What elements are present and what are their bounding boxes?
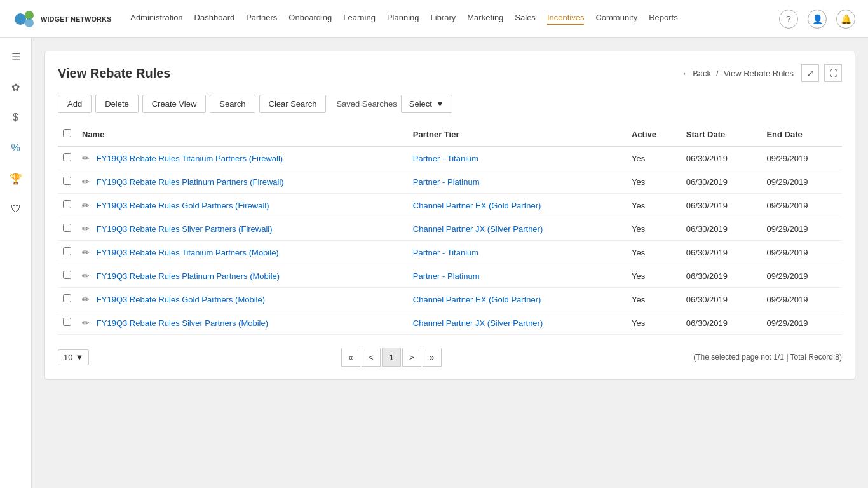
nav-administration[interactable]: Administration xyxy=(130,13,182,25)
row-tier-link[interactable]: Channel Partner JX (Silver Partner) xyxy=(413,318,543,328)
edit-icon[interactable]: ✏ xyxy=(82,177,90,187)
row-tier-link[interactable]: Partner - Titanium xyxy=(413,248,478,257)
row-checkbox[interactable] xyxy=(63,271,71,279)
row-checkbox[interactable] xyxy=(63,294,71,302)
row-start-date-cell: 06/30/2019 xyxy=(681,146,762,170)
row-tier-link[interactable]: Partner - Titanium xyxy=(413,154,478,163)
current-page-button[interactable]: 1 xyxy=(382,348,401,367)
edit-icon[interactable]: ✏ xyxy=(82,153,90,163)
sidebar-shield-icon[interactable]: 🛡 xyxy=(7,200,25,218)
row-checkbox[interactable] xyxy=(63,247,71,255)
edit-icon[interactable]: ✏ xyxy=(82,271,90,281)
row-edit-cell: ✏ FY19Q3 Rebate Rules Gold Partners (Fir… xyxy=(77,194,408,217)
table-row: ✏ FY19Q3 Rebate Rules Silver Partners (F… xyxy=(58,217,842,241)
row-tier-link[interactable]: Channel Partner EX (Gold Partner) xyxy=(413,295,541,304)
row-name-link[interactable]: FY19Q3 Rebate Rules Gold Partners (Mobil… xyxy=(97,295,265,304)
first-page-button[interactable]: « xyxy=(341,348,360,367)
last-page-button[interactable]: » xyxy=(423,348,442,367)
select-all-checkbox[interactable] xyxy=(63,129,71,137)
content-card: View Rebate Rules ← Back / View Rebate R… xyxy=(44,51,855,380)
header-actions: ⤢ ⛶ xyxy=(801,64,842,82)
row-checkbox-cell xyxy=(58,288,77,311)
nav-onboarding[interactable]: Onboarding xyxy=(288,13,332,25)
nav-links: Administration Dashboard Partners Onboar… xyxy=(130,13,779,25)
row-checkbox[interactable] xyxy=(63,177,71,185)
row-checkbox[interactable] xyxy=(63,200,71,208)
edit-icon[interactable]: ✏ xyxy=(82,294,90,304)
sidebar-percent-icon[interactable]: % xyxy=(7,139,25,157)
edit-icon[interactable]: ✏ xyxy=(82,318,90,328)
nav-reports[interactable]: Reports xyxy=(649,13,678,25)
row-name-link[interactable]: FY19Q3 Rebate Rules Silver Partners (Mob… xyxy=(97,318,268,328)
nav-incentives[interactable]: Incentives xyxy=(547,13,585,25)
row-name-link[interactable]: FY19Q3 Rebate Rules Platinum Partners (F… xyxy=(97,177,284,187)
notification-icon[interactable]: 🔔 xyxy=(836,10,855,29)
row-name-link[interactable]: FY19Q3 Rebate Rules Titanium Partners (F… xyxy=(97,154,283,163)
sidebar-trophy-icon[interactable]: 🏆 xyxy=(7,170,25,187)
clear-search-button[interactable]: Clear Search xyxy=(259,95,327,113)
per-page-selector[interactable]: 10 ▼ xyxy=(58,349,89,365)
sidebar-money-icon[interactable]: $ xyxy=(7,109,25,126)
row-edit-cell: ✏ FY19Q3 Rebate Rules Titanium Partners … xyxy=(77,241,408,264)
row-end-date-cell: 09/29/2019 xyxy=(761,311,842,335)
nav-learning[interactable]: Learning xyxy=(343,13,376,25)
row-name-link[interactable]: FY19Q3 Rebate Rules Titanium Partners (M… xyxy=(97,248,279,257)
edit-icon[interactable]: ✏ xyxy=(82,247,90,257)
row-edit-cell: ✏ FY19Q3 Rebate Rules Platinum Partners … xyxy=(77,264,408,288)
row-tier-cell: Partner - Titanium xyxy=(408,146,627,170)
row-name-link[interactable]: FY19Q3 Rebate Rules Gold Partners (Firew… xyxy=(97,201,269,210)
page-controls: « < 1 > » xyxy=(341,348,442,367)
row-checkbox[interactable] xyxy=(63,153,71,161)
next-page-button[interactable]: > xyxy=(402,348,421,367)
row-tier-link[interactable]: Partner - Platinum xyxy=(413,177,480,187)
expand-button[interactable]: ⛶ xyxy=(824,64,842,82)
help-icon[interactable]: ? xyxy=(779,10,798,29)
toolbar: Add Delete Create View Search Clear Sear… xyxy=(58,95,842,113)
row-start-date-cell: 06/30/2019 xyxy=(681,194,762,217)
header-partner-tier: Partner Tier xyxy=(408,123,627,146)
row-start-date-cell: 06/30/2019 xyxy=(681,217,762,241)
nav-planning[interactable]: Planning xyxy=(387,13,419,25)
row-active-cell: Yes xyxy=(627,311,681,335)
breadcrumb: ← Back / View Rebate Rules xyxy=(682,69,794,78)
row-active-cell: Yes xyxy=(627,288,681,311)
app-name: WIDGET NETWORKS xyxy=(41,15,111,23)
nav-community[interactable]: Community xyxy=(595,13,637,25)
saved-searches-dropdown[interactable]: Select ▼ xyxy=(401,95,452,113)
sidebar-menu-icon[interactable]: ☰ xyxy=(7,48,25,65)
row-edit-cell: ✏ FY19Q3 Rebate Rules Gold Partners (Mob… xyxy=(77,288,408,311)
row-tier-link[interactable]: Channel Partner EX (Gold Partner) xyxy=(413,201,541,210)
row-tier-link[interactable]: Partner - Platinum xyxy=(413,271,480,281)
row-checkbox-cell xyxy=(58,170,77,194)
sidebar: ☰ ✿ $ % 🏆 🛡 xyxy=(0,38,32,393)
nav-marketing[interactable]: Marketing xyxy=(467,13,503,25)
row-checkbox-cell xyxy=(58,217,77,241)
row-tier-link[interactable]: Channel Partner JX (Silver Partner) xyxy=(413,224,543,234)
row-checkbox-cell xyxy=(58,194,77,217)
nav-partners[interactable]: Partners xyxy=(246,13,277,25)
nav-library[interactable]: Library xyxy=(431,13,456,25)
row-tier-cell: Channel Partner JX (Silver Partner) xyxy=(408,217,627,241)
edit-icon[interactable]: ✏ xyxy=(82,200,90,210)
create-view-button[interactable]: Create View xyxy=(142,95,207,113)
row-name-link[interactable]: FY19Q3 Rebate Rules Silver Partners (Fir… xyxy=(97,224,273,234)
row-name-link[interactable]: FY19Q3 Rebate Rules Platinum Partners (M… xyxy=(97,271,280,281)
delete-button[interactable]: Delete xyxy=(95,95,139,113)
table-row: ✏ FY19Q3 Rebate Rules Platinum Partners … xyxy=(58,264,842,288)
user-icon[interactable]: 👤 xyxy=(808,10,827,29)
sidebar-settings-icon[interactable]: ✿ xyxy=(7,78,25,96)
row-active-cell: Yes xyxy=(627,241,681,264)
row-checkbox[interactable] xyxy=(63,224,71,232)
breadcrumb-back-link[interactable]: ← Back xyxy=(682,69,711,78)
search-button[interactable]: Search xyxy=(210,95,255,113)
row-start-date-cell: 06/30/2019 xyxy=(681,170,762,194)
row-active-cell: Yes xyxy=(627,170,681,194)
pin-button[interactable]: ⤢ xyxy=(801,64,819,82)
nav-sales[interactable]: Sales xyxy=(515,13,536,25)
add-button[interactable]: Add xyxy=(58,95,92,113)
edit-icon[interactable]: ✏ xyxy=(82,224,90,234)
row-checkbox[interactable] xyxy=(63,318,71,326)
prev-page-button[interactable]: < xyxy=(362,348,381,367)
header-end-date: End Date xyxy=(761,123,842,146)
nav-dashboard[interactable]: Dashboard xyxy=(194,13,235,25)
